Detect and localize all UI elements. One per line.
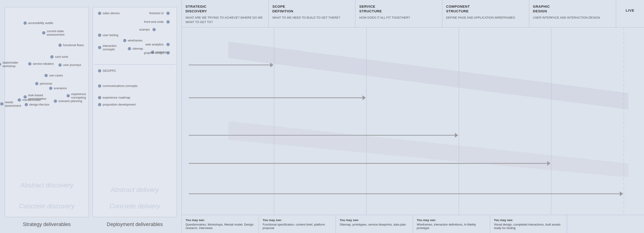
- footer-you-may-strategic: You may see:: [186, 218, 255, 222]
- col-question-graphic: USER INTERFACE AND INTERACTION DESIGN: [533, 16, 612, 20]
- footer-you-may-component: You may see:: [417, 218, 486, 222]
- col-graphic-design: GRAPHICDESIGN USER INTERFACE AND INTERAC…: [529, 0, 616, 27]
- deployment-divider: [94, 64, 176, 65]
- dot-scamps: scamps: [139, 28, 156, 31]
- footer-col-component: You may see: Wireframes, interaction def…: [413, 215, 490, 233]
- process-footer: You may see: Questionnaires, Workshops, …: [182, 215, 644, 233]
- dot-circle: [24, 22, 27, 25]
- dot-use-cases: use-cases: [44, 74, 63, 77]
- svg-marker-16: [228, 121, 628, 177]
- dot-circle: [25, 103, 28, 106]
- dot-sales-demos: sales demos: [98, 12, 120, 15]
- dot-circle: [98, 69, 101, 73]
- footer-col-strategic: You may see: Questionnaires, Workshops, …: [182, 215, 259, 233]
- footer-col-live: [567, 215, 644, 233]
- deployment-footer-label: Deployment deliverables: [93, 219, 177, 228]
- dot-circle: [98, 103, 101, 106]
- col-question-strategic: WHAT ARE WE TRYING TO ACHIEVE? WHERE DO …: [186, 16, 265, 25]
- strategy-watermark-abstract: Abstract discovery: [20, 181, 74, 189]
- dot-circle: [166, 43, 170, 46]
- dot-user-journeys: user journeys: [58, 63, 81, 67]
- dot-stakeholder-workshop: stakeholderworkshop: [0, 61, 18, 68]
- col-question-component: DEFINE PAGE AND APPLICATION WIREFRAMES: [446, 16, 525, 20]
- deliverables-row: Concrete discovery Abstract discovery ac…: [5, 7, 177, 217]
- col-title-component: COMPONENTSTRUCTURE: [446, 4, 525, 13]
- flow-area: [182, 28, 644, 215]
- dot-scenarios: scenarios: [49, 86, 67, 90]
- col-title-strategic: STRATEGICDISCOVERY: [186, 4, 265, 13]
- dot-circle: [166, 20, 170, 24]
- svg-marker-10: [455, 133, 458, 137]
- dot-user-testing: user testing: [98, 33, 118, 37]
- strategy-box: Concrete discovery Abstract discovery ac…: [5, 7, 89, 217]
- strategy-footer-label: Strategy deliverables: [5, 219, 89, 228]
- dot-circle: [98, 12, 101, 15]
- deployment-watermark-concrete: Concrete delivery: [110, 202, 160, 210]
- footer-you-may-scope: You may see:: [262, 218, 332, 222]
- deployment-box: Concrete delivery Abstract delivery sale…: [93, 7, 177, 217]
- dot-wireframes: wireframes: [123, 39, 143, 42]
- col-question-service: HOW DOES IT ALL FIT TOGETHER?: [359, 16, 438, 20]
- footer-items-strategic: Questionnaires, Workshops, Mental model,…: [186, 223, 255, 230]
- col-service-structure: SERVICESTRUCTURE HOW DOES IT ALL FIT TOG…: [356, 0, 442, 27]
- dot-circle: [54, 100, 57, 103]
- dot-circle: [18, 98, 21, 102]
- dot-finished-ui: finished UI: [150, 12, 170, 15]
- strategy-watermark-concrete: Concrete discovery: [19, 202, 75, 210]
- deliverables-footer: Strategy deliverables Deployment deliver…: [5, 219, 177, 228]
- dot-front-end-code: front-end code: [144, 20, 170, 24]
- dot-circle: [49, 87, 52, 90]
- dot-design-the-box: design-the-box: [25, 103, 49, 106]
- col-title-scope: SCOPEDEFINITION: [272, 4, 352, 13]
- col-title-graphic: GRAPHICDESIGN: [533, 4, 612, 13]
- dot-circle: [98, 46, 101, 49]
- flow-svg: [182, 28, 644, 215]
- dot-circle: [123, 39, 126, 42]
- dot-circle: [0, 102, 4, 106]
- dot-circle: [98, 84, 101, 88]
- dot-functional-flows: functional flows: [58, 43, 84, 47]
- col-component-structure: COMPONENTSTRUCTURE DEFINE PAGE AND APPLI…: [442, 0, 529, 27]
- dot-interaction-concepts: interactionconcepts: [98, 44, 116, 51]
- col-title-service: SERVICESTRUCTURE: [359, 4, 438, 13]
- dot-circle: [35, 82, 38, 85]
- dot-graphic-design: graphic design: [144, 51, 170, 55]
- svg-marker-8: [362, 95, 366, 100]
- footer-items-scope: Functional specification, content brief,…: [262, 223, 332, 230]
- live-label: LIVE: [620, 4, 640, 12]
- col-question-scope: WHAT TO WE NEED TO BUILD TO GET THERE?: [272, 16, 352, 20]
- footer-you-may-graphic: You may see:: [494, 218, 563, 222]
- dot-circle: [58, 63, 62, 67]
- dot-experience-concepting: experience concepting: [66, 92, 89, 99]
- left-panel: Concrete discovery Abstract discovery ac…: [0, 0, 182, 233]
- dot-circle: [166, 12, 170, 15]
- dot-communications-concepts: communications concepts: [98, 84, 138, 88]
- dot-circle: [66, 94, 70, 97]
- dot-circle: [128, 47, 131, 50]
- svg-marker-14: [620, 191, 623, 196]
- deployment-watermark-abstract: Abstract delivery: [111, 186, 159, 194]
- col-strategic-discovery: STRATEGICDISCOVERY WHAT ARE WE TRYING TO…: [182, 0, 268, 27]
- col-scope-definition: SCOPEDEFINITION WHAT TO WE NEED TO BUILD…: [268, 0, 356, 27]
- dot-accessibility-audits: accessibility audits: [24, 21, 53, 25]
- svg-marker-15: [228, 42, 628, 110]
- dot-card-sorts: card sorts: [50, 55, 68, 59]
- dot-circle: [50, 55, 54, 59]
- dot-web-analytics: web analytics: [146, 43, 170, 46]
- footer-col-service: You may see: Sitemap, prototypes, servic…: [336, 215, 413, 233]
- dot-personas: personas: [35, 82, 52, 85]
- col-live: LIVE: [616, 0, 644, 27]
- dot-mental-model: mental model: [18, 98, 40, 102]
- dot-proposition-development: proposition development: [98, 103, 136, 106]
- footer-col-scope: You may see: Functional specification, c…: [259, 215, 336, 233]
- dot-circle: [166, 51, 170, 55]
- dot-current-state: current-stateassesssment: [42, 29, 64, 36]
- footer-you-may-service: You may see:: [340, 218, 409, 222]
- dot-circle: [98, 34, 101, 37]
- dot-circle: [44, 74, 48, 77]
- footer-items-graphic: Visual design, completed interactions, b…: [494, 223, 563, 230]
- dot-circle: [152, 28, 156, 31]
- dot-experience-roadmap: experience roadmap: [98, 96, 130, 99]
- dot-scenario-planning: scenario planning: [54, 99, 82, 103]
- dot-circle: [58, 44, 62, 47]
